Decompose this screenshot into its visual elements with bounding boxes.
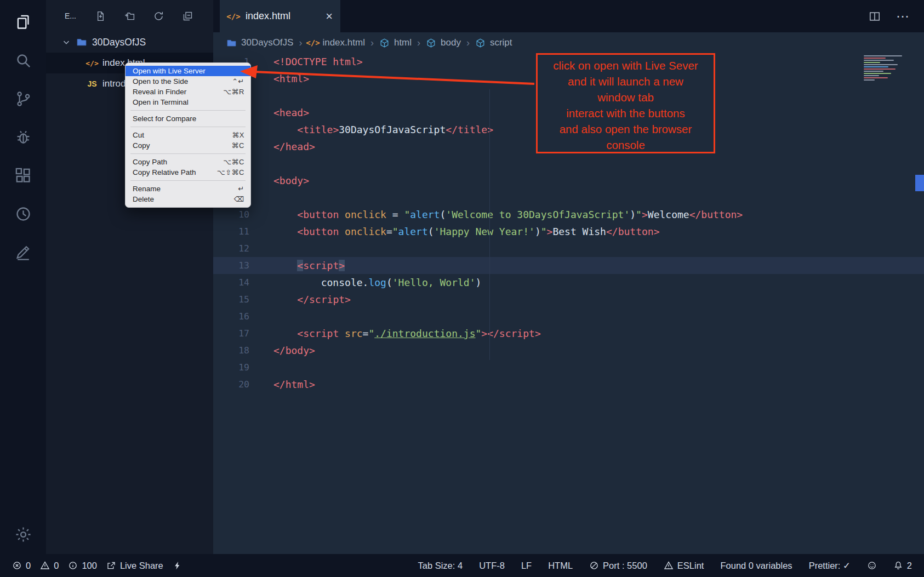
refresh-button[interactable]: [152, 9, 165, 22]
status-0[interactable]: 0: [12, 561, 31, 571]
status-label: Tab Size: 4: [418, 561, 463, 571]
breadcrumb-item-index-html[interactable]: </>index.html: [307, 37, 364, 48]
activity-extensions-button[interactable]: [11, 164, 35, 186]
code-line[interactable]: 10 <button onclick = "alert('Welcome to …: [213, 206, 924, 223]
code-text: <button onclick="alert('Happy New Year!'…: [249, 223, 660, 240]
menu-item-cut[interactable]: Cut⌘X: [126, 130, 250, 140]
menu-separator: [130, 110, 246, 111]
status-bar: 00100Live Share Tab Size: 4UTF-8LFHTMLPo…: [0, 554, 924, 577]
collapse-all-button[interactable]: [181, 9, 194, 22]
menu-item-open-in-terminal[interactable]: Open in Terminal: [126, 97, 250, 107]
minimap[interactable]: [864, 53, 919, 86]
symbol-cube-icon: [379, 38, 390, 48]
overview-ruler-marker[interactable]: [915, 175, 924, 191]
source-control-icon: [14, 90, 32, 108]
status-live-share[interactable]: Live Share: [106, 561, 163, 571]
menu-item-copy[interactable]: Copy⌘C: [126, 140, 250, 151]
code-line[interactable]: 20</html>: [213, 376, 924, 393]
new-folder-button[interactable]: [123, 9, 136, 22]
menu-item-copy-path[interactable]: Copy Path⌥⌘C: [126, 157, 250, 167]
history-icon: [14, 205, 32, 223]
status-0[interactable]: 0: [40, 561, 59, 571]
status-label: Port : 5500: [603, 561, 647, 571]
menu-item-select-for-compare[interactable]: Select for Compare: [126, 113, 250, 124]
annotation-text-line: and also open the browser: [538, 121, 714, 137]
explorer-icon: [14, 13, 32, 31]
status-lf[interactable]: LF: [521, 561, 532, 571]
status-2[interactable]: 2: [893, 561, 912, 571]
breadcrumb-item-script[interactable]: script: [475, 37, 512, 48]
status-bar-left: 00100Live Share: [12, 561, 182, 571]
status-lightning-icon[interactable]: [173, 561, 182, 570]
status-eslint[interactable]: ESLint: [664, 561, 704, 571]
line-number: 12: [213, 240, 249, 257]
menu-item-shortcut: ↵: [238, 185, 244, 193]
menu-item-label: Select for Compare: [133, 115, 244, 123]
status-label: Found 0 variables: [720, 561, 792, 571]
status-html[interactable]: HTML: [548, 561, 573, 571]
context-menu: Open with Live ServerOpen to the Side⌃↵R…: [125, 62, 251, 208]
split-editor-icon[interactable]: [869, 10, 881, 22]
activity-settings-gear-button[interactable]: [11, 523, 35, 545]
code-text: <!DOCTYPE html>: [249, 53, 363, 70]
code-line[interactable]: 12: [213, 240, 924, 257]
code-line[interactable]: 9: [213, 189, 924, 206]
code-line[interactable]: 13 <script>: [213, 257, 924, 274]
code-line[interactable]: 14 console.log('Hello, World'): [213, 274, 924, 291]
activity-run-debug-button[interactable]: [11, 126, 35, 148]
status-prettier[interactable]: Prettier: ✓: [809, 561, 851, 571]
activity-explorer-button[interactable]: [11, 11, 35, 33]
line-number: 16: [213, 308, 249, 325]
menu-item-shortcut: ⌘C: [232, 141, 244, 150]
activity-feedback-button[interactable]: [11, 241, 35, 263]
menu-item-open-with-live-server[interactable]: Open with Live Server: [126, 66, 250, 76]
menu-item-reveal-in-finder[interactable]: Reveal in Finder⌥⌘R: [126, 87, 250, 97]
breadcrumb-item-html[interactable]: html: [379, 37, 412, 48]
code-line[interactable]: 17 <script src="./introduction.js"></scr…: [213, 325, 924, 342]
close-icon[interactable]: ×: [326, 10, 333, 22]
status-found-0-variables[interactable]: Found 0 variables: [720, 561, 792, 571]
code-text: </html>: [249, 376, 315, 393]
activity-history-button[interactable]: [11, 203, 35, 225]
code-line[interactable]: 11 <button onclick="alert('Happy New Yea…: [213, 223, 924, 240]
menu-item-label: Copy Path: [133, 158, 223, 166]
code-text: <html>: [249, 70, 309, 87]
breadcrumb-item-30daysofjs[interactable]: 30DaysOfJS: [226, 37, 293, 48]
activity-bar: [0, 0, 46, 554]
breadcrumb-separator: ›: [298, 37, 303, 49]
settings-gear-icon: [14, 525, 32, 544]
editor-actions: ⋯: [869, 0, 924, 32]
code-line[interactable]: 15 </script>: [213, 291, 924, 308]
menu-item-label: Rename: [133, 185, 238, 193]
breadcrumb-item-body[interactable]: body: [426, 37, 461, 48]
status-label: Live Share: [120, 561, 163, 571]
menu-item-shortcut: ⌃↵: [232, 77, 244, 85]
annotation-box: click on open with Live Severand it will…: [536, 53, 715, 153]
status-utf-8[interactable]: UTF-8: [479, 561, 505, 571]
code-line[interactable]: 8<body>: [213, 172, 924, 189]
menu-item-label: Open to the Side: [133, 77, 232, 85]
search-icon: [14, 52, 32, 70]
menu-item-copy-relative-path[interactable]: Copy Relative Path⌥⇧⌘C: [126, 167, 250, 178]
menu-item-delete[interactable]: Delete⌫: [126, 194, 250, 204]
code-line[interactable]: 16: [213, 308, 924, 325]
status-label: 0: [26, 561, 31, 571]
code-line[interactable]: 18</body>: [213, 342, 924, 359]
smiley-icon: [867, 561, 877, 570]
code-line[interactable]: 7: [213, 155, 924, 172]
new-file-button[interactable]: [94, 9, 107, 22]
menu-item-open-to-the-side[interactable]: Open to the Side⌃↵: [126, 76, 250, 87]
port-icon: [589, 561, 599, 570]
activity-source-control-button[interactable]: [11, 88, 35, 110]
status-smiley-icon[interactable]: [867, 561, 877, 570]
code-line[interactable]: 19: [213, 359, 924, 376]
tab-index-html[interactable]: </> index.html ×: [220, 0, 340, 32]
tree-item-root-folder[interactable]: 30DaysOfJS: [46, 32, 213, 53]
status-port-5500[interactable]: Port : 5500: [589, 561, 647, 571]
menu-item-shortcut: ⌫: [234, 195, 244, 203]
status-100[interactable]: 100: [68, 561, 97, 571]
status-tab-size-4[interactable]: Tab Size: 4: [418, 561, 463, 571]
activity-search-button[interactable]: [11, 49, 35, 71]
menu-item-rename[interactable]: Rename↵: [126, 184, 250, 194]
more-actions-icon[interactable]: ⋯: [896, 9, 910, 24]
